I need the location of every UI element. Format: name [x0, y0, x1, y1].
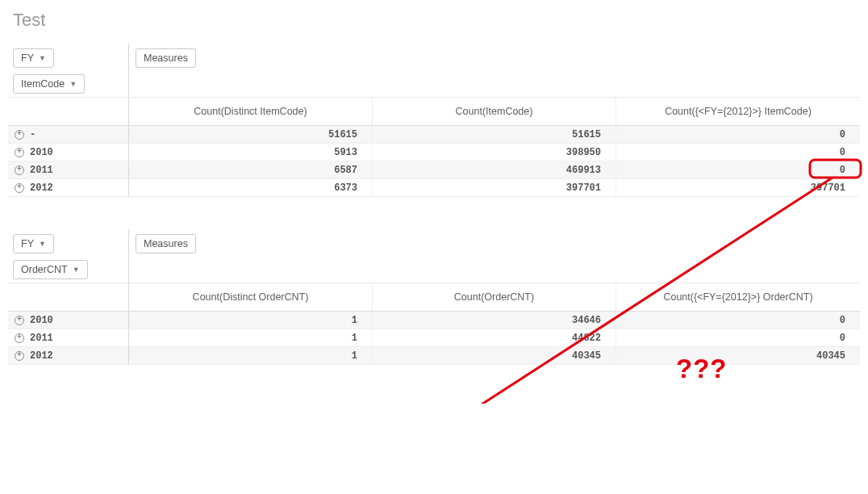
row-dimension-cell[interactable]: +2012: [8, 347, 129, 364]
pivot1-measures-header: Measures: [129, 44, 860, 97]
expand-icon[interactable]: +: [15, 183, 24, 193]
value-cell: 5913: [129, 144, 373, 161]
expand-icon[interactable]: +: [15, 130, 24, 140]
table-row: +20101346460: [8, 312, 860, 329]
dim-chip-fy-label: FY: [21, 52, 34, 64]
pivot1-column-headers: Count(Distinct ItemCode) Count(ItemCode)…: [8, 97, 860, 126]
row-label: -: [30, 129, 35, 140]
value-cell: 40345: [373, 347, 616, 364]
value-cell: 0: [616, 144, 860, 161]
value-cell: 0: [616, 312, 860, 329]
value-cell: 1: [129, 347, 373, 364]
table-row: +201059133989500: [8, 144, 860, 161]
dim-chip-fy[interactable]: FY ▼: [13, 48, 54, 68]
col-header[interactable]: Count(OrderCNT): [373, 283, 616, 311]
value-cell: 397701: [616, 179, 860, 196]
page-title: Test: [13, 10, 860, 31]
row-label: 2010: [30, 147, 53, 158]
col-header[interactable]: Count(Distinct ItemCode): [129, 98, 373, 125]
value-cell: 51615: [373, 126, 616, 143]
measures-chip[interactable]: Measures: [136, 48, 196, 68]
value-cell: 0: [616, 161, 860, 178]
row-label: 2012: [30, 350, 53, 362]
dim-chip-ordercnt[interactable]: OrderCNT ▼: [13, 260, 88, 279]
pivot2-measures-header: Measures: [129, 229, 860, 283]
row-dimension-cell[interactable]: +-: [8, 126, 129, 143]
value-cell: 1: [129, 312, 373, 329]
value-cell: 51615: [129, 126, 373, 143]
value-cell: 44822: [373, 329, 616, 346]
row-label: 2011: [30, 333, 53, 344]
expand-icon[interactable]: +: [15, 316, 24, 325]
value-cell: 1: [129, 329, 373, 346]
value-cell: 0: [616, 329, 860, 346]
expand-icon[interactable]: +: [15, 351, 24, 361]
row-dimension-cell[interactable]: +2010: [8, 312, 129, 329]
value-cell: 34646: [373, 312, 616, 329]
pivot1-dim-header: FY ▼ ItemCode ▼: [8, 44, 129, 97]
dim-chip-itemcode[interactable]: ItemCode ▼: [13, 74, 85, 94]
value-cell: 6587: [129, 161, 373, 178]
col-header[interactable]: Count({<FY={2012}>} ItemCode): [616, 98, 860, 125]
chevron-down-icon: ▼: [73, 266, 80, 274]
row-dimension-cell[interactable]: +2010: [8, 144, 129, 161]
pivot-table-ordercnt: FY ▼ OrderCNT ▼ Measures Count(Distinct …: [8, 229, 860, 365]
expand-icon[interactable]: +: [15, 165, 24, 175]
dim-chip-fy-2-label: FY: [21, 238, 34, 249]
value-cell: 0: [616, 126, 860, 143]
row-label: 2011: [30, 165, 53, 176]
value-cell: 469913: [373, 161, 616, 178]
value-cell: 6373: [129, 179, 373, 196]
table-row: +201165874699130: [8, 161, 860, 179]
value-cell: 397701: [373, 179, 616, 196]
table-row: +20111448220: [8, 329, 860, 347]
row-label: 2012: [30, 182, 53, 194]
measures-chip-label: Measures: [144, 52, 188, 64]
chevron-down-icon: ▼: [39, 54, 46, 62]
expand-icon[interactable]: +: [15, 333, 24, 343]
row-dimension-cell[interactable]: +2011: [8, 329, 129, 346]
col-header[interactable]: Count(ItemCode): [373, 98, 616, 125]
dim-chip-ordercnt-label: OrderCNT: [21, 264, 68, 275]
pivot2-dim-header: FY ▼ OrderCNT ▼: [8, 229, 129, 283]
row-dimension-cell[interactable]: +2011: [8, 161, 129, 178]
measures-chip-2-label: Measures: [144, 238, 188, 249]
table-row: +20126373397701397701: [8, 179, 860, 197]
measures-chip-2[interactable]: Measures: [136, 234, 196, 253]
value-cell: 398950: [373, 144, 616, 161]
pivot2-column-headers: Count(Distinct OrderCNT) Count(OrderCNT)…: [8, 283, 860, 312]
dim-chip-fy-2[interactable]: FY ▼: [13, 234, 54, 253]
chevron-down-icon: ▼: [39, 240, 46, 248]
pivot-table-itemcode: FY ▼ ItemCode ▼ Measures Count(Distinct …: [8, 44, 860, 197]
col-header[interactable]: Count({<FY={2012}>} OrderCNT): [616, 283, 860, 311]
expand-icon[interactable]: +: [15, 148, 24, 157]
row-dimension-cell[interactable]: +2012: [8, 179, 129, 196]
value-cell: 40345: [616, 347, 860, 364]
col-header[interactable]: Count(Distinct OrderCNT): [129, 283, 373, 311]
chevron-down-icon: ▼: [69, 80, 77, 88]
table-row: +-51615516150: [8, 126, 860, 144]
row-label: 2010: [30, 315, 53, 326]
dim-chip-itemcode-label: ItemCode: [21, 78, 65, 90]
table-row: +201214034540345: [8, 347, 860, 365]
